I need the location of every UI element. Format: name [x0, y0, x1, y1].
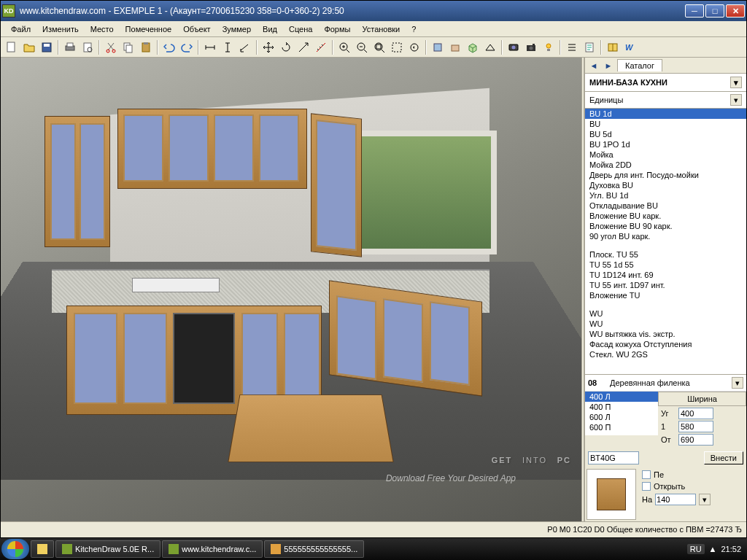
menu-zoomer[interactable]: Зуммер: [217, 23, 257, 35]
tb-redo[interactable]: [179, 39, 195, 55]
open-checkbox[interactable]: [642, 482, 651, 491]
tb-web[interactable]: W: [622, 39, 638, 55]
lang-indicator[interactable]: RU: [687, 544, 705, 554]
list-item[interactable]: Духовка BU: [585, 180, 746, 190]
list-item[interactable]: Фасад кожуха Отступления: [585, 339, 746, 349]
tb-save[interactable]: [39, 39, 55, 55]
ot-input[interactable]: [678, 434, 713, 446]
close-button[interactable]: ✕: [726, 4, 745, 18]
menu-file[interactable]: Файл: [5, 23, 36, 35]
list-item[interactable]: BU 1d: [585, 109, 746, 119]
tb-light[interactable]: [541, 39, 557, 55]
dim-item[interactable]: 600 П: [585, 422, 658, 432]
apply-button[interactable]: Внести: [704, 451, 743, 464]
panel-next-icon[interactable]: ►: [603, 60, 614, 71]
menu-place[interactable]: Место: [85, 23, 120, 35]
list-item[interactable]: TU 1D124 инт. 69: [585, 270, 746, 280]
code-input[interactable]: [588, 451, 639, 464]
list-item[interactable]: BU: [585, 119, 746, 129]
ug-input[interactable]: [678, 408, 713, 419]
one-input[interactable]: [678, 421, 713, 432]
list-item[interactable]: Вложение TU: [585, 290, 746, 300]
tb-paste[interactable]: [138, 39, 154, 55]
menu-view[interactable]: Вид: [257, 23, 283, 35]
component-list[interactable]: BU 1dBUBU 5dBU 1PO 1dМойкаМойка 2DDДверь…: [585, 109, 746, 375]
list-item[interactable]: Откладывание BU: [585, 201, 746, 211]
tb-move[interactable]: [260, 39, 276, 55]
tb-render[interactable]: [506, 39, 522, 55]
list-item[interactable]: Вложение BU карк.: [585, 211, 746, 221]
category-dropdown[interactable]: ▾: [730, 94, 742, 106]
tray-icon[interactable]: ▲: [709, 545, 717, 553]
viewport-3d[interactable]: GET INTO PC Download Free Your Desired A…: [1, 58, 581, 521]
list-item[interactable]: WU вытяжка vis. экстр.: [585, 329, 746, 339]
dim-item[interactable]: 600 Л: [585, 412, 658, 422]
minimize-button[interactable]: ─: [685, 4, 704, 18]
tb-camera[interactable]: [523, 39, 539, 55]
dim-item[interactable]: 400 Л: [585, 392, 658, 402]
list-item[interactable]: BU 5d: [585, 129, 746, 139]
tb-view-persp[interactable]: [482, 39, 498, 55]
tb-scale[interactable]: [295, 39, 311, 55]
tb-zoom-in[interactable]: [336, 39, 352, 55]
list-item[interactable]: Стекл. WU 2GS: [585, 349, 746, 359]
list-item[interactable]: Дверь для инт. Посудо-мойки: [585, 170, 746, 180]
list-item[interactable]: [585, 300, 746, 308]
start-button[interactable]: [1, 539, 29, 559]
menu-edit[interactable]: Изменить: [36, 23, 85, 35]
tb-new[interactable]: [4, 39, 20, 55]
tb-list[interactable]: [564, 39, 580, 55]
tb-view-3d[interactable]: [465, 39, 481, 55]
pe-checkbox[interactable]: [642, 470, 651, 479]
clock[interactable]: 21:52: [721, 545, 741, 553]
task-item[interactable]: 555555555555555...: [264, 540, 364, 558]
task-item[interactable]: KitchenDraw 5.0E R...: [55, 540, 160, 558]
tb-dim-h[interactable]: [202, 39, 218, 55]
menu-settings[interactable]: Установки: [356, 23, 406, 35]
finish-dropdown[interactable]: ▾: [732, 377, 743, 389]
tb-report[interactable]: [581, 39, 597, 55]
menu-scene[interactable]: Сцена: [283, 23, 318, 35]
list-item[interactable]: WU: [585, 308, 746, 319]
tb-rotate[interactable]: [278, 39, 294, 55]
tb-undo[interactable]: [161, 39, 177, 55]
list-item[interactable]: WU: [585, 319, 746, 329]
tb-print-preview[interactable]: [80, 39, 96, 55]
list-item[interactable]: Вложение BU 90 карк.: [585, 221, 746, 231]
tb-zoom-window[interactable]: [389, 39, 405, 55]
dimension-list[interactable]: 400 Л400 П600 Л600 П: [585, 392, 658, 435]
panel-prev-icon[interactable]: ◄: [588, 60, 600, 71]
task-item[interactable]: [31, 540, 54, 558]
na-input[interactable]: [655, 494, 696, 505]
na-dropdown[interactable]: ▾: [699, 494, 711, 505]
tb-copy[interactable]: [120, 39, 136, 55]
tb-view-front[interactable]: [447, 39, 463, 55]
menu-object[interactable]: Объект: [177, 23, 216, 35]
tb-print[interactable]: [62, 39, 78, 55]
menu-help[interactable]: ?: [406, 23, 422, 35]
list-item[interactable]: BU 1PO 1d: [585, 139, 746, 149]
dim-item[interactable]: 400 П: [585, 402, 658, 412]
tb-cut[interactable]: [103, 39, 119, 55]
list-item[interactable]: 90 угол BU карк.: [585, 231, 746, 241]
tb-dim-a[interactable]: [237, 39, 253, 55]
maximize-button[interactable]: □: [705, 4, 724, 18]
list-item[interactable]: TU 55 инт. 1D97 инт.: [585, 280, 746, 290]
tb-zoom-prev[interactable]: [406, 39, 422, 55]
tb-zoom-out[interactable]: [354, 39, 370, 55]
tb-zoom-fit[interactable]: [371, 39, 387, 55]
tb-catalog[interactable]: [605, 39, 621, 55]
list-item[interactable]: Мойка: [585, 149, 746, 160]
list-item[interactable]: Мойка 2DD: [585, 160, 746, 170]
menu-forms[interactable]: Формы: [318, 23, 356, 35]
catalog-tab[interactable]: Каталог: [617, 59, 662, 71]
tb-open[interactable]: [21, 39, 37, 55]
task-item[interactable]: www.kitchendraw.c...: [162, 540, 263, 558]
tb-measure[interactable]: [313, 39, 329, 55]
catalog-dropdown[interactable]: ▾: [730, 77, 742, 88]
list-item[interactable]: Плоск. TU 55: [585, 249, 746, 260]
menu-marked[interactable]: Помеченное: [120, 23, 178, 35]
tb-dim-v[interactable]: [220, 39, 236, 55]
list-item[interactable]: [585, 241, 746, 249]
list-item[interactable]: Угл. BU 1d: [585, 190, 746, 201]
